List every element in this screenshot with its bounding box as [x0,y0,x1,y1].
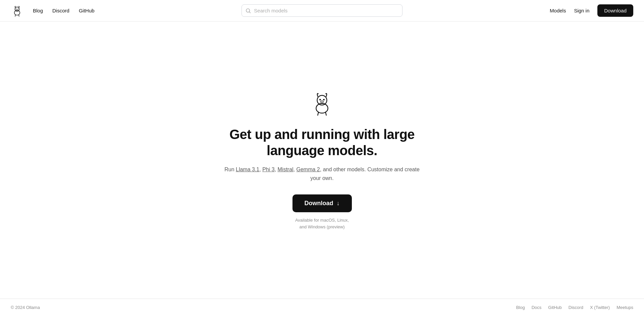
logo-icon [11,4,23,17]
models-link[interactable]: Models [550,8,566,13]
search-wrapper [241,4,402,17]
nav-github-link[interactable]: GitHub [79,8,95,13]
svg-line-6 [19,14,19,16]
gemma2-link[interactable]: Gemma 2 [297,167,320,172]
llama-link[interactable]: Llama 3.1 [236,167,259,172]
svg-point-11 [319,99,321,100]
nav-blog-link[interactable]: Blog [33,8,43,13]
svg-point-3 [18,8,18,9]
svg-point-13 [321,101,323,103]
main-download-button[interactable]: Download ↓ [292,194,352,212]
footer-twitter-link[interactable]: X (Twitter) [590,305,610,310]
footer: © 2024 Ollama Blog Docs GitHub Discord X… [0,299,644,316]
header-center [241,4,402,17]
header-left: Blog Discord GitHub [11,4,95,17]
svg-point-4 [16,9,18,10]
logo-link[interactable] [11,4,23,17]
header: Blog Discord GitHub Models Sign in Downl… [0,0,644,21]
footer-discord-link[interactable]: Discord [569,305,583,310]
svg-line-15 [325,112,326,116]
hero-section: Get up and running with large language m… [221,90,423,230]
hero-title: Get up and running with large language m… [221,126,423,159]
svg-point-1 [15,7,19,11]
nav-discord-link[interactable]: Discord [52,8,69,13]
signin-link[interactable]: Sign in [574,8,589,13]
svg-line-5 [15,14,15,16]
svg-line-14 [318,112,318,116]
main-content: Get up and running with large language m… [0,21,644,299]
footer-docs-link[interactable]: Docs [532,305,542,310]
phi3-link[interactable]: Phi 3 [262,167,274,172]
footer-github-link[interactable]: GitHub [548,305,561,310]
footer-meetups-link[interactable]: Meetups [616,305,633,310]
search-input[interactable] [241,4,402,17]
svg-point-12 [323,99,325,100]
hero-subtitle: Run Llama 3.1, Phi 3, Mistral, Gemma 2, … [221,165,423,182]
svg-point-2 [16,8,16,9]
download-label: Download [305,200,333,207]
svg-point-0 [14,10,20,15]
header-download-button[interactable]: Download [597,4,633,17]
availability-text: Available for macOS, Linux,and Windows (… [295,217,349,230]
footer-copyright: © 2024 Ollama [11,305,40,310]
hero-logo-icon [309,90,335,117]
mistral-link[interactable]: Mistral [278,167,293,172]
footer-blog-link[interactable]: Blog [516,305,525,310]
footer-links: Blog Docs GitHub Discord X (Twitter) Mee… [516,305,633,310]
header-right: Models Sign in Download [550,4,633,17]
download-arrow-icon: ↓ [337,200,340,207]
